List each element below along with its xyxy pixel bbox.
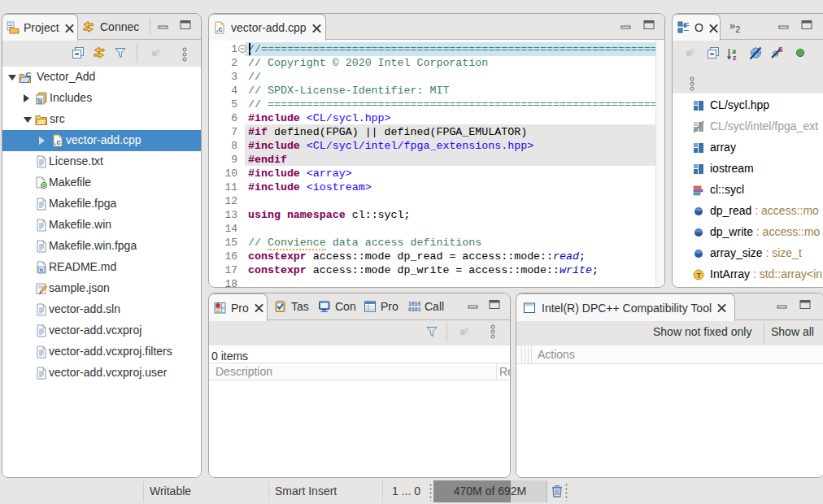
svg-text:h: h — [38, 98, 41, 104]
svg-text:C: C — [26, 71, 32, 79]
svg-text:1010: 1010 — [408, 302, 420, 307]
svg-text:w: w — [39, 266, 44, 273]
svg-text:.c: .c — [216, 25, 223, 33]
svg-text:T: T — [697, 272, 702, 280]
svg-text:z: z — [733, 53, 737, 61]
svg-text:.c: .c — [54, 138, 61, 146]
svg-text:0101: 0101 — [408, 307, 420, 313]
